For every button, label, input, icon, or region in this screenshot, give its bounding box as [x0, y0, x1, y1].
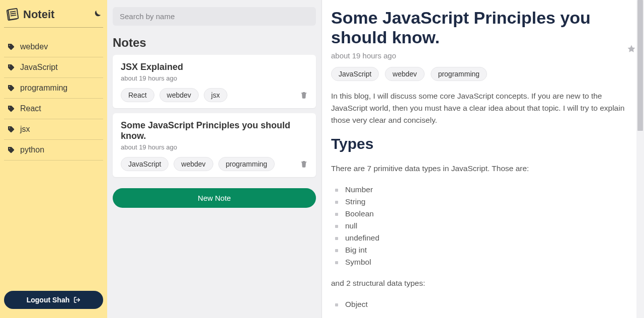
content-title: Some JavaScript Principles you should kn… — [331, 8, 635, 47]
notes-list: JSX Explainedabout 19 hours agoReactwebd… — [113, 55, 316, 182]
note-time: about 19 hours ago — [121, 74, 308, 82]
logout-button[interactable]: Logout Shah — [4, 291, 103, 309]
content-intro: In this blog, I will discuss some core J… — [331, 90, 635, 126]
type-list-primitive: NumberStringBooleannullundefinedBig intS… — [331, 184, 635, 268]
type-list-structural: Object — [331, 298, 635, 310]
logout-icon — [73, 296, 80, 303]
note-tag-chip[interactable]: webdev — [159, 88, 199, 102]
sidebar-tag-label: React — [20, 104, 41, 113]
note-tags: JavaScriptwebdevprogramming — [121, 157, 275, 171]
sidebar-tag[interactable]: webdev — [4, 37, 103, 57]
note-tags: Reactwebdevjsx — [121, 88, 227, 102]
svg-point-9 — [9, 127, 10, 128]
trash-icon[interactable] — [300, 160, 308, 168]
sidebar-tag[interactable]: python — [4, 140, 103, 161]
new-note-button[interactable]: New Note — [113, 188, 316, 208]
scrollbar-thumb[interactable] — [637, 0, 643, 131]
tag-list: webdevJavaScriptprogrammingReactjsxpytho… — [4, 37, 103, 287]
search-input[interactable] — [113, 7, 316, 26]
sidebar-tag[interactable]: programming — [4, 78, 103, 99]
content-p2: and 2 structural data types: — [331, 277, 635, 289]
logo[interactable]: Noteit — [5, 7, 54, 22]
star-icon[interactable] — [627, 44, 636, 53]
content-body: In this blog, I will discuss some core J… — [331, 90, 635, 310]
svg-point-7 — [9, 86, 10, 87]
tag-icon — [7, 63, 15, 71]
logout-label: Logout Shah — [27, 296, 70, 304]
app-name: Noteit — [23, 8, 54, 21]
note-title: JSX Explained — [121, 62, 308, 72]
note-tag-chip[interactable]: webdev — [174, 157, 213, 171]
note-time: about 19 hours ago — [121, 143, 308, 151]
note-tag-chip[interactable]: programming — [218, 157, 275, 171]
content-tag-chip[interactable]: webdev — [385, 67, 424, 81]
note-content: Some JavaScript Principles you should kn… — [322, 0, 644, 318]
list-item: Number — [332, 184, 635, 196]
note-tag-chip[interactable]: JavaScript — [121, 157, 169, 171]
sidebar-tag[interactable]: jsx — [4, 119, 103, 140]
sidebar-tag-label: webdev — [20, 42, 48, 51]
sidebar-tag[interactable]: React — [4, 99, 103, 119]
notebook-icon — [5, 7, 20, 22]
tag-icon — [7, 43, 15, 51]
list-item: undefined — [332, 232, 635, 244]
tag-icon — [7, 105, 15, 113]
logo-row: Noteit — [4, 5, 103, 28]
note-tag-chip[interactable]: React — [121, 88, 154, 102]
section-heading: Types — [331, 135, 635, 152]
svg-point-10 — [9, 148, 10, 149]
note-card[interactable]: Some JavaScript Principles you should kn… — [113, 113, 316, 177]
content-time: about 19 hours ago — [331, 51, 635, 60]
list-item: Big int — [332, 244, 635, 256]
sidebar-tag-label: jsx — [20, 125, 30, 134]
tag-icon — [7, 125, 15, 133]
content-tag-chip[interactable]: programming — [431, 67, 487, 81]
content-tag-chip[interactable]: JavaScript — [331, 67, 379, 81]
sidebar-tag[interactable]: JavaScript — [4, 57, 103, 78]
svg-point-6 — [9, 65, 10, 66]
content-tags: JavaScriptwebdevprogramming — [331, 67, 635, 81]
tag-icon — [7, 146, 15, 154]
trash-icon[interactable] — [300, 91, 308, 99]
svg-rect-1 — [8, 9, 18, 20]
list-item: String — [332, 196, 635, 208]
tag-icon — [7, 84, 15, 92]
notes-heading: Notes — [113, 36, 316, 50]
sidebar-tag-label: JavaScript — [20, 63, 58, 72]
note-card[interactable]: JSX Explainedabout 19 hours agoReactwebd… — [113, 55, 316, 108]
note-tag-chip[interactable]: jsx — [204, 88, 227, 102]
sidebar-tag-label: programming — [20, 84, 67, 93]
list-item: null — [332, 220, 635, 232]
list-item: Object — [332, 298, 635, 310]
sidebar-tag-label: python — [20, 145, 44, 154]
notes-panel: Notes JSX Explainedabout 19 hours agoRea… — [107, 0, 322, 318]
svg-point-8 — [9, 107, 10, 108]
sidebar: Noteit webdevJavaScriptprogrammingReactj… — [0, 0, 107, 318]
moon-icon[interactable] — [91, 9, 102, 20]
list-item: Boolean — [332, 208, 635, 220]
scrollbar[interactable] — [636, 0, 644, 318]
content-p1: There are 7 primitive data types in Java… — [331, 163, 635, 175]
svg-point-5 — [9, 45, 10, 46]
list-item: Symbol — [332, 256, 635, 268]
svg-marker-12 — [628, 45, 635, 52]
note-title: Some JavaScript Principles you should kn… — [121, 120, 308, 141]
